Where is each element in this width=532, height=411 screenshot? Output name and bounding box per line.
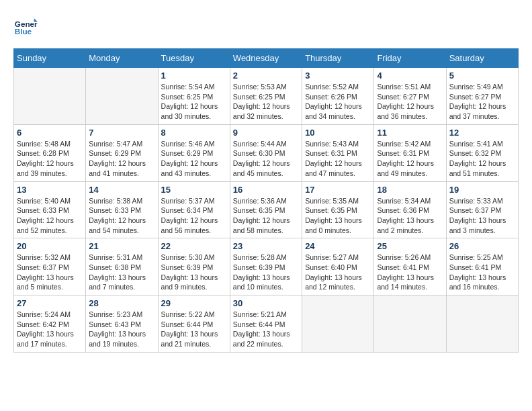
day-cell: 14Sunrise: 5:38 AM Sunset: 6:33 PM Dayli… (86, 181, 158, 238)
day-info: Sunrise: 5:49 AM Sunset: 6:27 PM Dayligh… (449, 82, 515, 122)
day-info: Sunrise: 5:51 AM Sunset: 6:27 PM Dayligh… (377, 82, 443, 122)
day-number: 4 (377, 71, 443, 81)
day-number: 2 (233, 71, 299, 81)
day-cell: 18Sunrise: 5:34 AM Sunset: 6:36 PM Dayli… (374, 181, 446, 238)
day-number: 14 (89, 185, 154, 195)
weekday-header-tuesday: Tuesday (158, 49, 230, 68)
day-number: 12 (449, 128, 515, 138)
day-cell: 15Sunrise: 5:37 AM Sunset: 6:34 PM Dayli… (158, 181, 230, 238)
day-cell: 24Sunrise: 5:27 AM Sunset: 6:40 PM Dayli… (302, 238, 374, 295)
day-info: Sunrise: 5:47 AM Sunset: 6:29 PM Dayligh… (89, 139, 154, 179)
day-cell: 10Sunrise: 5:43 AM Sunset: 6:31 PM Dayli… (302, 124, 374, 181)
day-cell: 6Sunrise: 5:48 AM Sunset: 6:28 PM Daylig… (14, 124, 86, 181)
day-cell: 26Sunrise: 5:25 AM Sunset: 6:41 PM Dayli… (446, 238, 518, 295)
day-info: Sunrise: 5:36 AM Sunset: 6:35 PM Dayligh… (233, 196, 299, 236)
week-row-3: 13Sunrise: 5:40 AM Sunset: 6:33 PM Dayli… (14, 181, 519, 238)
day-info: Sunrise: 5:30 AM Sunset: 6:39 PM Dayligh… (161, 253, 227, 292)
day-cell: 1Sunrise: 5:54 AM Sunset: 6:25 PM Daylig… (158, 68, 230, 125)
day-cell: 29Sunrise: 5:22 AM Sunset: 6:44 PM Dayli… (158, 295, 230, 353)
day-cell: 27Sunrise: 5:24 AM Sunset: 6:42 PM Dayli… (14, 295, 86, 353)
day-number: 26 (449, 241, 515, 251)
day-info: Sunrise: 5:28 AM Sunset: 6:39 PM Dayligh… (233, 253, 299, 292)
day-info: Sunrise: 5:42 AM Sunset: 6:31 PM Dayligh… (377, 139, 443, 179)
day-info: Sunrise: 5:21 AM Sunset: 6:44 PM Dayligh… (233, 310, 299, 349)
day-info: Sunrise: 5:44 AM Sunset: 6:30 PM Dayligh… (233, 139, 299, 179)
day-cell: 3Sunrise: 5:52 AM Sunset: 6:26 PM Daylig… (302, 68, 374, 125)
day-cell: 8Sunrise: 5:46 AM Sunset: 6:29 PM Daylig… (158, 124, 230, 181)
calendar-table: SundayMondayTuesdayWednesdayThursdayFrid… (13, 48, 519, 353)
day-info: Sunrise: 5:54 AM Sunset: 6:25 PM Dayligh… (161, 82, 227, 122)
day-number: 17 (305, 185, 371, 195)
weekday-header-friday: Friday (374, 49, 446, 68)
day-number: 19 (449, 185, 515, 195)
day-info: Sunrise: 5:53 AM Sunset: 6:25 PM Dayligh… (233, 82, 299, 122)
week-row-4: 20Sunrise: 5:32 AM Sunset: 6:37 PM Dayli… (14, 238, 519, 295)
day-cell: 22Sunrise: 5:30 AM Sunset: 6:39 PM Dayli… (158, 238, 230, 295)
weekday-header-wednesday: Wednesday (230, 49, 302, 68)
day-number: 3 (305, 71, 371, 81)
weekday-header-monday: Monday (86, 49, 158, 68)
day-cell: 19Sunrise: 5:33 AM Sunset: 6:37 PM Dayli… (446, 181, 518, 238)
day-number: 8 (161, 128, 227, 138)
day-cell: 16Sunrise: 5:36 AM Sunset: 6:35 PM Dayli… (230, 181, 302, 238)
weekday-header-row: SundayMondayTuesdayWednesdayThursdayFrid… (14, 49, 519, 68)
day-cell (446, 295, 518, 353)
day-cell: 17Sunrise: 5:35 AM Sunset: 6:35 PM Dayli… (302, 181, 374, 238)
day-info: Sunrise: 5:37 AM Sunset: 6:34 PM Dayligh… (161, 196, 227, 236)
day-number: 7 (89, 128, 154, 138)
day-number: 22 (161, 241, 227, 251)
day-number: 20 (17, 241, 83, 251)
day-cell: 2Sunrise: 5:53 AM Sunset: 6:25 PM Daylig… (230, 68, 302, 125)
day-number: 24 (305, 241, 371, 251)
day-cell: 25Sunrise: 5:26 AM Sunset: 6:41 PM Dayli… (374, 238, 446, 295)
day-cell: 9Sunrise: 5:44 AM Sunset: 6:30 PM Daylig… (230, 124, 302, 181)
day-number: 15 (161, 185, 227, 195)
day-number: 5 (449, 71, 515, 81)
day-cell: 11Sunrise: 5:42 AM Sunset: 6:31 PM Dayli… (374, 124, 446, 181)
day-info: Sunrise: 5:48 AM Sunset: 6:28 PM Dayligh… (17, 139, 83, 179)
day-info: Sunrise: 5:35 AM Sunset: 6:35 PM Dayligh… (305, 196, 371, 236)
day-info: Sunrise: 5:46 AM Sunset: 6:29 PM Dayligh… (161, 139, 227, 179)
day-info: Sunrise: 5:40 AM Sunset: 6:33 PM Dayligh… (17, 196, 83, 236)
week-row-2: 6Sunrise: 5:48 AM Sunset: 6:28 PM Daylig… (14, 124, 519, 181)
day-number: 9 (233, 128, 299, 138)
day-number: 1 (161, 71, 227, 81)
day-number: 23 (233, 241, 299, 251)
day-info: Sunrise: 5:33 AM Sunset: 6:37 PM Dayligh… (449, 196, 515, 236)
logo-icon: General Blue (13, 13, 38, 38)
week-row-1: 1Sunrise: 5:54 AM Sunset: 6:25 PM Daylig… (14, 68, 519, 125)
day-info: Sunrise: 5:38 AM Sunset: 6:33 PM Dayligh… (89, 196, 154, 236)
day-number: 6 (17, 128, 83, 138)
day-number: 27 (17, 298, 83, 308)
day-cell (374, 295, 446, 353)
day-number: 30 (233, 298, 299, 308)
day-number: 13 (17, 185, 83, 195)
day-number: 29 (161, 298, 227, 308)
header: General Blue (13, 13, 519, 38)
weekday-header-thursday: Thursday (302, 49, 374, 68)
day-cell: 4Sunrise: 5:51 AM Sunset: 6:27 PM Daylig… (374, 68, 446, 125)
day-info: Sunrise: 5:22 AM Sunset: 6:44 PM Dayligh… (161, 310, 227, 349)
day-number: 21 (89, 241, 154, 251)
day-cell: 13Sunrise: 5:40 AM Sunset: 6:33 PM Dayli… (14, 181, 86, 238)
day-number: 25 (377, 241, 443, 251)
day-info: Sunrise: 5:32 AM Sunset: 6:37 PM Dayligh… (17, 253, 83, 292)
day-info: Sunrise: 5:26 AM Sunset: 6:41 PM Dayligh… (377, 253, 443, 292)
day-info: Sunrise: 5:34 AM Sunset: 6:36 PM Dayligh… (377, 196, 443, 236)
day-cell: 7Sunrise: 5:47 AM Sunset: 6:29 PM Daylig… (86, 124, 158, 181)
day-info: Sunrise: 5:52 AM Sunset: 6:26 PM Dayligh… (305, 82, 371, 122)
day-cell: 20Sunrise: 5:32 AM Sunset: 6:37 PM Dayli… (14, 238, 86, 295)
day-cell: 23Sunrise: 5:28 AM Sunset: 6:39 PM Dayli… (230, 238, 302, 295)
logo: General Blue (13, 13, 40, 38)
weekday-header-sunday: Sunday (14, 49, 86, 68)
day-number: 16 (233, 185, 299, 195)
svg-text:Blue: Blue (15, 27, 32, 36)
week-row-5: 27Sunrise: 5:24 AM Sunset: 6:42 PM Dayli… (14, 295, 519, 353)
day-number: 11 (377, 128, 443, 138)
day-info: Sunrise: 5:31 AM Sunset: 6:38 PM Dayligh… (89, 253, 154, 292)
day-cell: 5Sunrise: 5:49 AM Sunset: 6:27 PM Daylig… (446, 68, 518, 125)
day-cell (14, 68, 86, 125)
day-info: Sunrise: 5:27 AM Sunset: 6:40 PM Dayligh… (305, 253, 371, 292)
day-cell: 12Sunrise: 5:41 AM Sunset: 6:32 PM Dayli… (446, 124, 518, 181)
day-info: Sunrise: 5:43 AM Sunset: 6:31 PM Dayligh… (305, 139, 371, 179)
